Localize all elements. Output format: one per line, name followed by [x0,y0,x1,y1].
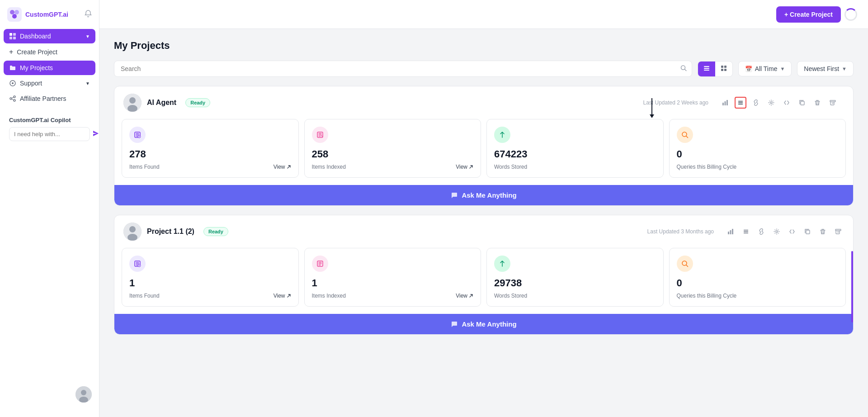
bell-icon[interactable] [85,10,92,19]
logo-icon [7,7,22,22]
copy-icon-project-1-1[interactable] [802,226,813,237]
grid-view-button[interactable] [715,62,732,76]
queries-label-row-2: Queries this Billing Cycle [677,293,839,299]
svg-point-16 [81,390,86,395]
items-found-icon-1 [129,127,146,143]
svg-rect-53 [744,231,748,232]
user-avatar-bottom[interactable] [0,379,99,410]
settings-icon-ai-agent[interactable] [765,97,777,109]
stats-icon-project-1-1[interactable] [725,226,736,237]
words-stored-icon-1 [494,127,510,143]
items-indexed-view-1[interactable]: View [456,164,473,170]
stats-icon-ai-agent[interactable] [719,97,731,109]
sort-filter-dropdown[interactable]: Newest First ▼ [797,61,854,76]
items-indexed-number-1: 258 [312,148,474,160]
embed-icon-project-1-1[interactable] [786,226,798,237]
stats-grid-project-1-1: 1 Items Found View [114,248,853,314]
main-content: + Create Project My Projects [99,0,868,417]
items-found-icon-2 [129,256,146,272]
ask-anything-label-1: Ask Me Anything [462,191,516,199]
svg-rect-37 [801,101,804,105]
items-indexed-view-2[interactable]: View [456,293,473,299]
time-filter-arrow: ▼ [780,66,785,71]
svg-line-14 [12,99,14,100]
words-stored-label-1: Words Stored [494,164,527,170]
queries-label-row-1: Queries this Billing Cycle [677,164,839,170]
queries-number-1: 0 [677,148,839,160]
stats-grid-ai-agent: 278 Items Found View [114,119,853,185]
queries-icon-2 [677,256,693,272]
sidebar-item-my-projects[interactable]: My Projects [4,61,95,75]
link-icon-project-1-1[interactable] [755,226,767,237]
archive-icon-project-1-1[interactable] [832,226,844,237]
svg-rect-56 [806,230,810,234]
page-title: My Projects [114,40,854,52]
svg-rect-51 [732,229,733,234]
svg-rect-31 [725,101,726,105]
sidebar-navigation: Dashboard ▼ + Create Project My Projects… [0,29,99,106]
svg-point-10 [10,98,12,100]
svg-point-47 [129,226,136,232]
sidebar: CustomGPT.ai Dashboard ▼ + Create Projec… [0,0,99,417]
svg-line-13 [12,97,14,98]
sidebar-logo: CustomGPT.ai [0,7,99,29]
trash-icon-project-1-1[interactable] [817,226,829,237]
list-icon-project-1-1[interactable] [740,226,752,237]
stat-card-queries-2: 0 Queries this Billing Cycle [669,248,846,307]
items-indexed-label-1: Items Indexed [312,164,346,170]
create-project-label: + Create Project [784,11,833,18]
trash-icon-ai-agent[interactable] [811,97,823,109]
items-found-view-1[interactable]: View [274,164,291,170]
words-stored-label-row-1: Words Stored [494,164,656,170]
sort-filter-arrow: ▼ [842,66,847,71]
copilot-input[interactable] [14,131,90,137]
project-card-ai-agent: AI Agent Ready Last Updated 2 Weeks ago [114,86,854,206]
items-found-view-2[interactable]: View [274,293,291,299]
time-filter-dropdown[interactable]: 📅 All Time ▼ [738,61,792,76]
svg-point-12 [14,100,15,101]
dashboard-label: Dashboard [20,33,51,40]
sidebar-item-support[interactable]: Support ▼ [4,76,95,90]
embed-icon-ai-agent[interactable] [781,97,793,109]
svg-point-11 [14,96,15,98]
archive-icon-ai-agent[interactable] [827,97,839,109]
ask-anything-button-1[interactable]: Ask Me Anything [114,185,853,205]
my-projects-label: My Projects [20,64,53,71]
svg-rect-54 [744,233,748,234]
list-icon-ai-agent[interactable] [735,97,746,109]
words-stored-label-2: Words Stored [494,293,527,299]
svg-point-55 [776,231,778,232]
sidebar-item-dashboard[interactable]: Dashboard ▼ [4,29,95,43]
project-avatar-project-1-1 [123,223,142,241]
words-stored-icon-2 [494,256,510,272]
queries-icon-1 [677,127,693,143]
sidebar-item-affiliate[interactable]: Affiliate Partners [4,91,95,106]
svg-rect-6 [9,37,12,39]
create-plus-icon: + [9,48,13,56]
svg-rect-4 [9,33,12,36]
dashboard-icon [9,33,16,40]
items-indexed-icon-1 [312,127,328,143]
list-view-button[interactable] [698,62,715,76]
stat-card-items-found-2: 1 Items Found View [122,248,299,307]
settings-icon-project-1-1[interactable] [771,226,783,237]
send-icon[interactable] [93,130,99,138]
user-avatar[interactable] [75,386,92,403]
folder-icon [9,64,16,71]
link-icon-ai-agent[interactable] [750,97,762,109]
search-input[interactable] [114,61,692,77]
project-name-project-1-1: Project 1.1 (2) [147,227,194,236]
time-filter-label: All Time [755,65,778,72]
search-wrap [114,61,692,77]
sidebar-item-create-project[interactable]: + Create Project [4,44,95,60]
create-project-button[interactable]: + Create Project [776,6,841,23]
svg-rect-34 [738,102,743,103]
copy-icon-ai-agent[interactable] [796,97,808,109]
svg-point-1 [10,10,14,14]
items-indexed-label-row-1: Items Indexed View [312,164,474,170]
ask-anything-button-2[interactable]: Ask Me Anything [114,314,853,334]
topbar: + Create Project [99,0,868,29]
support-icon [9,80,16,87]
last-updated-ai-agent: Last Updated 2 Weeks ago [643,100,708,106]
stat-card-items-indexed-1: 258 Items Indexed View [304,119,481,178]
